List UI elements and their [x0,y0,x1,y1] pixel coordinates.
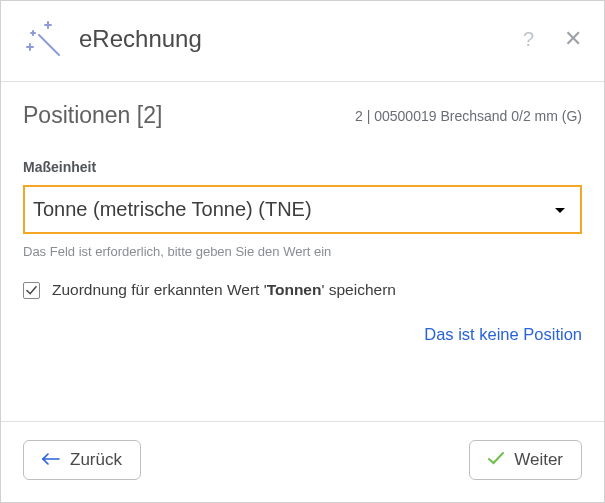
unit-select[interactable]: Tonne (metrische Tonne) (TNE) [23,185,582,234]
dialog-footer: Zurück Weiter [1,440,604,502]
close-icon[interactable]: ✕ [564,28,582,50]
subheader: Positionen [2] 2 | 00500019 Brechsand 0/… [1,82,604,129]
wand-icon [23,19,63,59]
footer-divider [1,421,604,422]
svg-line-0 [39,35,59,55]
save-mapping-checkbox[interactable] [23,282,40,299]
back-button-label: Zurück [70,450,122,470]
form-area: Maßeinheit Tonne (metrische Tonne) (TNE)… [1,129,604,421]
not-position-link[interactable]: Das ist keine Position [424,325,582,343]
next-button[interactable]: Weiter [469,440,582,480]
link-row: Das ist keine Position [23,325,582,344]
save-mapping-label-bold: Tonnen [267,281,322,298]
arrow-left-icon [42,450,60,470]
back-button[interactable]: Zurück [23,440,141,480]
help-icon[interactable]: ? [523,28,534,51]
field-label-unit: Maßeinheit [23,159,582,175]
field-help-text: Das Feld ist erforderlich, bitte geben S… [23,244,582,259]
next-button-label: Weiter [514,450,563,470]
save-mapping-label: Zuordnung für erkannten Wert 'Tonnen' sp… [52,281,396,299]
unit-select-value[interactable]: Tonne (metrische Tonne) (TNE) [23,185,582,234]
dialog-header: eRechnung ? ✕ [1,1,604,81]
save-mapping-row: Zuordnung für erkannten Wert 'Tonnen' sp… [23,281,582,299]
dialog-erechnung: eRechnung ? ✕ Positionen [2] 2 | 0050001… [0,0,605,503]
save-mapping-label-pre: Zuordnung für erkannten Wert ' [52,281,267,298]
check-icon [488,450,504,470]
save-mapping-label-post: ' speichern [321,281,395,298]
position-info: 2 | 00500019 Brechsand 0/2 mm (G) [355,108,582,124]
dialog-title: eRechnung [79,25,507,53]
section-title: Positionen [2] [23,102,162,129]
